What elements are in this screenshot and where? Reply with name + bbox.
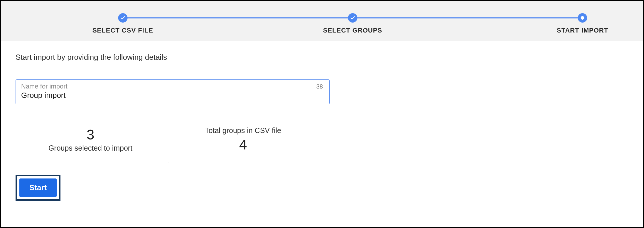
stats-row: 3 Groups selected to import Total groups…: [16, 116, 628, 163]
step-start-import[interactable]: START IMPORT: [557, 13, 608, 34]
step-select-csv[interactable]: SELECT CSV FILE: [92, 13, 153, 34]
import-wizard-frame: SELECT CSV FILE SELECT GROUPS START IMPO…: [0, 0, 644, 228]
instruction-text: Start import by providing the following …: [16, 53, 628, 62]
start-button-highlight: Start: [16, 175, 60, 201]
import-name-input[interactable]: Group import: [21, 91, 66, 100]
char-remaining: 38: [316, 83, 323, 90]
step-label: SELECT GROUPS: [323, 27, 382, 34]
step-select-groups[interactable]: SELECT GROUPS: [323, 13, 382, 34]
start-button[interactable]: Start: [19, 178, 57, 197]
step-label: SELECT CSV FILE: [92, 27, 153, 34]
stat-label: Groups selected to import: [48, 144, 132, 152]
stepper: SELECT CSV FILE SELECT GROUPS START IMPO…: [16, 7, 628, 34]
check-icon: [348, 13, 357, 23]
content-area: Start import by providing the following …: [1, 41, 643, 227]
stat-selected-groups: 3 Groups selected to import: [16, 116, 165, 163]
stat-value: 3: [87, 127, 95, 143]
stepper-header: SELECT CSV FILE SELECT GROUPS START IMPO…: [1, 1, 643, 41]
import-name-label: Name for import: [21, 83, 324, 90]
current-step-icon: [578, 13, 587, 23]
stat-total-groups: Total groups in CSV file 4: [168, 116, 318, 163]
step-label: START IMPORT: [557, 27, 608, 34]
check-icon: [118, 13, 127, 23]
import-name-field[interactable]: Name for import 38 Group import: [16, 79, 330, 104]
step-line-1: [123, 17, 353, 18]
step-line-2: [353, 17, 582, 18]
stat-value: 4: [239, 137, 247, 153]
stat-label: Total groups in CSV file: [205, 126, 281, 135]
